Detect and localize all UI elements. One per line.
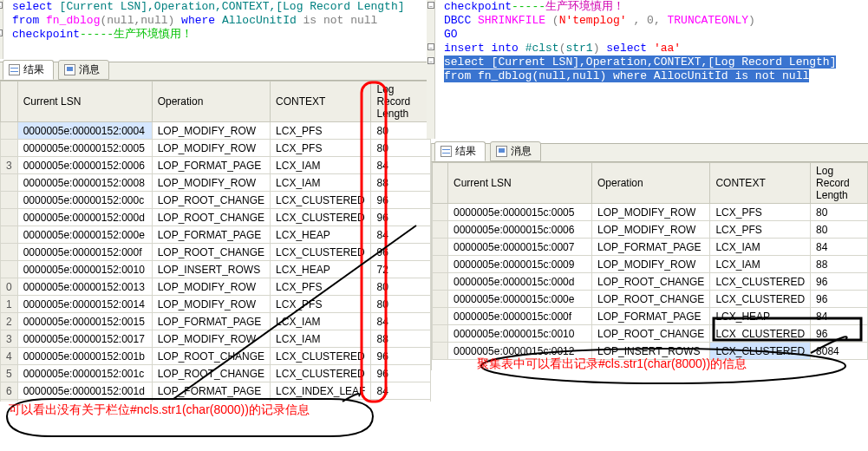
table-row[interactable]: 00000005e:00000152:0013LOP_MODIFY_ROWLCX… [1, 278, 431, 296]
rownum[interactable] [433, 308, 448, 325]
cell-ctx[interactable]: LCX_PFS [710, 221, 811, 239]
cell-len[interactable]: 84 [371, 382, 431, 400]
cell-ctx[interactable]: LCX_PFS [271, 122, 371, 140]
cell-ctx[interactable]: LCX_IAM [271, 174, 371, 192]
cell-len[interactable]: 80 [371, 278, 431, 296]
table-row[interactable]: 0000005e:0000015c:0009LOP_MODIFY_ROWLCX_… [433, 256, 868, 273]
cell-len[interactable]: 96 [371, 209, 431, 226]
cell-len[interactable]: 96 [371, 192, 431, 209]
cell-len[interactable]: 96 [811, 291, 868, 308]
cell-lsn[interactable]: 0000005e:0000015c:0006 [448, 221, 592, 239]
cell-op[interactable]: LOP_MODIFY_ROW [152, 174, 270, 192]
cell-op[interactable]: LOP_MODIFY_ROW [152, 330, 270, 348]
rownum[interactable] [1, 226, 18, 244]
col-current-lsn[interactable]: Current LSN [17, 82, 152, 122]
cell-lsn[interactable]: 0000005e:0000015c:0010 [448, 325, 592, 343]
rownum[interactable] [433, 291, 448, 308]
cell-len[interactable]: 88 [371, 174, 431, 192]
rownum[interactable] [1, 244, 18, 261]
col-operation[interactable]: Operation [152, 82, 270, 122]
fold-handle-icon[interactable]: – [0, 2, 3, 9]
cell-len[interactable]: 84 [811, 239, 868, 256]
cell-len[interactable]: 84 [371, 157, 431, 174]
cell-lsn[interactable]: 0000005e:00000152:000d [17, 209, 152, 226]
cell-ctx[interactable]: LCX_CLUSTERED [271, 209, 371, 226]
cell-lsn[interactable]: 0000005e:00000152:0006 [17, 157, 152, 174]
cell-ctx[interactable]: LCX_HEAP [271, 226, 371, 244]
rownum[interactable]: 2 [1, 313, 18, 330]
table-row[interactable]: 0000005e:00000152:000cLOP_ROOT_CHANGELCX… [1, 192, 431, 209]
cell-ctx[interactable]: LCX_CLUSTERED [710, 273, 811, 291]
table-row[interactable]: 30000005e:00000152:0017LOP_MODIFY_ROWLCX… [1, 330, 431, 348]
cell-lsn[interactable]: 0000005e:0000015c:0007 [448, 239, 592, 256]
cell-len[interactable]: 80 [811, 204, 868, 221]
rownum[interactable] [433, 239, 448, 256]
cell-len[interactable]: 8084 [811, 343, 868, 360]
cell-op[interactable]: LOP_MODIFY_ROW [152, 278, 270, 296]
cell-len[interactable]: 80 [371, 296, 431, 313]
cell-lsn[interactable]: 0000005e:0000015c:0009 [448, 256, 592, 273]
table-row[interactable]: 0000005e:00000152:000fLOP_ROOT_CHANGELCX… [1, 244, 431, 261]
table-row[interactable]: 0000005e:0000015c:000eLOP_ROOT_CHANGELCX… [433, 291, 868, 308]
table-row[interactable]: 0000005e:0000015c:0007LOP_FORMAT_PAGELCX… [433, 239, 868, 256]
cell-lsn[interactable]: 0000005e:00000152:0015 [17, 313, 152, 330]
rownum[interactable] [1, 209, 18, 226]
cell-lsn[interactable]: 0000005e:00000152:001d [17, 382, 152, 400]
cell-lsn[interactable]: 0000005e:00000152:0005 [17, 140, 152, 157]
cell-len[interactable]: 80 [371, 140, 431, 157]
col-log-record-length[interactable]: Log Record Length [811, 163, 868, 204]
rownum[interactable]: 1 [1, 296, 18, 313]
cell-op[interactable]: LOP_ROOT_CHANGE [152, 209, 270, 226]
cell-len[interactable]: 96 [811, 273, 868, 291]
cell-ctx[interactable]: LCX_IAM [710, 239, 811, 256]
cell-lsn[interactable]: 0000005e:00000152:001c [17, 365, 152, 382]
table-row[interactable]: 10000005e:00000152:0014LOP_MODIFY_ROWLCX… [1, 296, 431, 313]
cell-len[interactable]: 84 [371, 313, 431, 330]
table-row[interactable]: 30000005e:00000152:0006LOP_FORMAT_PAGELC… [1, 157, 431, 174]
table-row[interactable]: 0000005e:00000152:0008LOP_MODIFY_ROWLCX_… [1, 174, 431, 192]
cell-op[interactable]: LOP_ROOT_CHANGE [152, 244, 270, 261]
table-row[interactable]: 50000005e:00000152:001cLOP_ROOT_CHANGELC… [1, 365, 431, 382]
cell-lsn[interactable]: 0000005e:00000152:001b [17, 348, 152, 365]
fold-handle-icon[interactable]: – [427, 2, 434, 9]
cell-len[interactable]: 96 [371, 348, 431, 365]
rownum[interactable]: 4 [1, 348, 18, 365]
table-row[interactable]: 0000005e:0000015c:000dLOP_ROOT_CHANGELCX… [433, 273, 868, 291]
cell-lsn[interactable]: 0000005e:00000152:0010 [17, 261, 152, 278]
results-grid-right[interactable]: Current LSN Operation CONTEXT Log Record… [431, 162, 868, 370]
rownum[interactable] [433, 343, 448, 360]
rownum[interactable] [433, 256, 448, 273]
cell-op[interactable]: LOP_MODIFY_ROW [592, 204, 710, 221]
table-row[interactable]: 0000005e:00000152:0010LOP_INSERT_ROWSLCX… [1, 261, 431, 278]
cell-op[interactable]: LOP_MODIFY_ROW [592, 221, 710, 239]
cell-ctx[interactable]: LCX_CLUSTERED [271, 192, 371, 209]
cell-op[interactable]: LOP_FORMAT_PAGE [152, 382, 270, 400]
rownum[interactable] [1, 140, 18, 157]
cell-op[interactable]: LOP_MODIFY_ROW [152, 122, 270, 140]
cell-lsn[interactable]: 0000005e:0000015c:000e [448, 291, 592, 308]
left-sql-editor[interactable]: – – select [Current LSN],Operation,CONTE… [0, 0, 431, 59]
cell-op[interactable]: LOP_ROOT_CHANGE [592, 325, 710, 343]
cell-lsn[interactable]: 0000005e:0000015c:0005 [448, 204, 592, 221]
cell-lsn[interactable]: 0000005e:00000152:0013 [17, 278, 152, 296]
cell-len[interactable]: 84 [811, 308, 868, 325]
cell-lsn[interactable]: 0000005e:00000152:000c [17, 192, 152, 209]
cell-ctx[interactable]: LCX_IAM [271, 157, 371, 174]
cell-ctx[interactable]: LCX_CLUSTERED [271, 365, 371, 382]
cell-len[interactable]: 96 [371, 244, 431, 261]
table-row[interactable]: 0000005e:00000152:000dLOP_ROOT_CHANGELCX… [1, 209, 431, 226]
cell-lsn[interactable]: 0000005e:0000015c:000d [448, 273, 592, 291]
rownum[interactable] [1, 192, 18, 209]
cell-len[interactable]: 80 [371, 122, 431, 140]
cell-ctx[interactable]: LCX_CLUSTERED [710, 325, 811, 343]
cell-ctx[interactable]: LCX_HEAP [271, 261, 371, 278]
table-row[interactable]: 0000005e:0000015c:0005LOP_MODIFY_ROWLCX_… [433, 204, 868, 221]
rownum[interactable] [433, 204, 448, 221]
cell-len[interactable]: 96 [371, 365, 431, 382]
table-row[interactable]: 0000005e:00000152:0004LOP_MODIFY_ROWLCX_… [1, 122, 431, 140]
cell-op[interactable]: LOP_FORMAT_PAGE [592, 239, 710, 256]
cell-op[interactable]: LOP_MODIFY_ROW [152, 296, 270, 313]
rownum[interactable]: 3 [1, 330, 18, 348]
col-log-record-length[interactable]: Log Record Length [371, 82, 431, 122]
cell-ctx[interactable]: LCX_PFS [271, 140, 371, 157]
